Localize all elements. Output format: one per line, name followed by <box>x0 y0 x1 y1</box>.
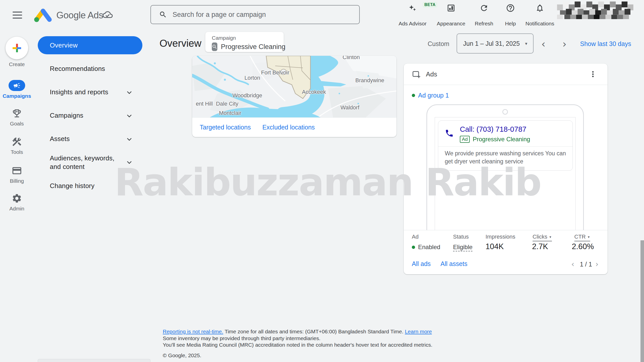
ads-card: Ads Ad group 1 Call: (703) 718-0787 Ad P… <box>404 64 608 274</box>
reporting-link[interactable]: Reporting is not real-time. <box>163 329 223 334</box>
status-dot <box>412 94 415 97</box>
pagination-label: 1 / 1 <box>580 261 592 268</box>
ad-description: We provide pressure washing services You… <box>445 149 569 165</box>
nav-item-change-history[interactable]: Change history <box>50 182 143 190</box>
page-title: Overview <box>159 38 202 49</box>
ad-group-link[interactable]: Ad group 1 <box>412 92 449 99</box>
col-header-ctr[interactable]: CTR▼ <box>574 234 590 241</box>
show-last-30-days-link[interactable]: Show last 30 days <box>580 40 631 48</box>
rail-item-billing[interactable]: Billing <box>0 165 34 184</box>
bell-icon <box>535 4 544 13</box>
map-place-label: Montclair <box>219 110 241 116</box>
rail-item-goals[interactable]: Goals <box>0 108 34 127</box>
phone-mockup: Call: (703) 718-0787 Ad Progressive Clea… <box>426 104 584 230</box>
gear-icon <box>12 193 22 204</box>
date-mode-label: Custom <box>428 40 449 48</box>
inventory-text: Some inventory may be provided through t… <box>163 335 320 341</box>
rail-item-admin[interactable]: Admin <box>0 193 34 212</box>
all-assets-link[interactable]: All assets <box>440 260 467 267</box>
ctr-value: 2.60% <box>572 242 594 251</box>
nav-item-audiences-keywords-content[interactable]: Audiences, keywords, and content <box>50 154 125 171</box>
chevron-down-icon[interactable] <box>125 135 133 143</box>
nav-item-recommendations[interactable]: Recommendations <box>50 65 143 73</box>
campaign-search-icon <box>212 42 217 51</box>
all-ads-link[interactable]: All ads <box>412 260 431 267</box>
help-icon <box>506 4 515 13</box>
timezone-text: Time zone for all dates and times: (GMT+… <box>223 329 405 334</box>
map-place-label: ent Hill <box>196 101 213 107</box>
targeted-locations-link[interactable]: Targeted locations <box>200 124 251 131</box>
map-place-label: Lorton <box>245 75 260 81</box>
report-footer: Reporting is not real-time. Time zone fo… <box>163 328 515 348</box>
google-ads-overview-page: Google Ads BETA Ads Advisor Appearance R… <box>0 0 644 362</box>
menu-icon[interactable] <box>13 12 22 19</box>
chevron-down-icon[interactable] <box>125 158 133 166</box>
map-place-label: Fort Belvoir <box>261 69 289 76</box>
map-place-label: Woodbridge <box>232 92 262 99</box>
appearance-icon <box>447 4 456 13</box>
megaphone-icon <box>13 82 21 89</box>
learn-more-link[interactable]: Learn more <box>405 329 432 334</box>
impressions-value: 104K <box>486 242 504 251</box>
horizontal-scrollbar[interactable] <box>38 359 150 362</box>
col-header-impressions: Impressions <box>486 234 515 240</box>
excluded-locations-link[interactable]: Excluded locations <box>262 124 315 131</box>
refresh-button[interactable]: Refresh <box>470 4 498 27</box>
enabled-dot <box>412 246 415 249</box>
sparkle-icon <box>408 4 417 13</box>
phone-screen: Call: (703) 718-0787 Ad Progressive Clea… <box>435 117 576 230</box>
previous-period-button[interactable]: ‹ <box>541 38 545 50</box>
col-header-clicks[interactable]: Clicks▼ <box>533 234 552 241</box>
targeted-locations-map[interactable]: Clinton Fort Belvoir Lorton Brandywine A… <box>192 56 396 117</box>
chip-value: Progressive Cleaning <box>221 43 286 51</box>
ad-headline[interactable]: Call: (703) 718-0787 <box>460 125 526 133</box>
global-search[interactable] <box>150 5 360 24</box>
locations-card: Clinton Fort Belvoir Lorton Brandywine A… <box>192 56 396 137</box>
help-button[interactable]: Help <box>499 4 522 27</box>
phone-icon <box>445 129 454 138</box>
page-next-icon[interactable]: › <box>595 260 598 268</box>
ads-icon <box>412 70 421 79</box>
call-ad-preview[interactable]: Call: (703) 718-0787 Ad Progressive Clea… <box>438 120 573 171</box>
account-info-redacted[interactable] <box>556 2 634 20</box>
map-place-label: Accokeek <box>302 89 326 95</box>
nav-item-overview[interactable]: Overview <box>38 36 142 54</box>
date-range-picker[interactable]: Jun 1 – Jul 31, 2025 ▼ <box>457 33 534 54</box>
search-input[interactable] <box>173 11 334 19</box>
ads-advisor-button[interactable]: BETA Ads Advisor <box>395 4 430 27</box>
rail-item-create[interactable]: Create <box>0 37 34 67</box>
campaign-scope-chip[interactable]: Campaign Progressive Cleaning <box>205 32 284 52</box>
sort-caret-icon: ▼ <box>587 235 590 239</box>
app-title: Google Ads <box>56 10 103 21</box>
notifications-button[interactable]: Notifications <box>524 4 556 27</box>
cloud-check-icon <box>103 11 113 20</box>
map-place-label: Dale City <box>216 101 238 107</box>
search-icon <box>159 11 167 19</box>
next-period-button[interactable]: › <box>562 38 567 50</box>
trophy-icon <box>12 108 22 119</box>
tools-icon <box>12 137 22 147</box>
chevron-down-icon[interactable] <box>125 112 133 120</box>
ad-badge: Ad <box>460 136 470 143</box>
phone-camera-icon <box>502 109 508 115</box>
rail-item-tools[interactable]: Tools <box>0 137 34 155</box>
map-place-label: Waldorf <box>341 104 359 111</box>
divider <box>438 146 573 147</box>
copyright: © Google, 2025. <box>163 352 201 358</box>
refresh-icon <box>479 4 489 13</box>
overflow-menu-icon[interactable] <box>588 70 597 79</box>
advertiser-name: Progressive Cleaning <box>473 136 530 143</box>
appearance-button[interactable]: Appearance <box>436 4 466 27</box>
chip-label: Campaign <box>212 35 284 41</box>
google-ads-logo-icon <box>32 8 54 24</box>
chevron-down-icon[interactable] <box>125 88 133 97</box>
map-place-label: Clinton <box>343 56 360 61</box>
page-previous-icon[interactable]: ‹ <box>571 260 574 268</box>
sort-caret-icon: ▼ <box>549 235 552 239</box>
ad-preview-area: Call: (703) 718-0787 Ad Progressive Clea… <box>404 104 608 230</box>
vertical-scrollbar[interactable] <box>640 240 644 362</box>
ad-status-enabled: Enabled <box>412 244 440 251</box>
ad-status-eligible[interactable]: Eligible <box>453 244 472 251</box>
ads-card-title: Ads <box>426 70 437 78</box>
rail-item-campaigns[interactable]: Campaigns <box>0 80 34 99</box>
